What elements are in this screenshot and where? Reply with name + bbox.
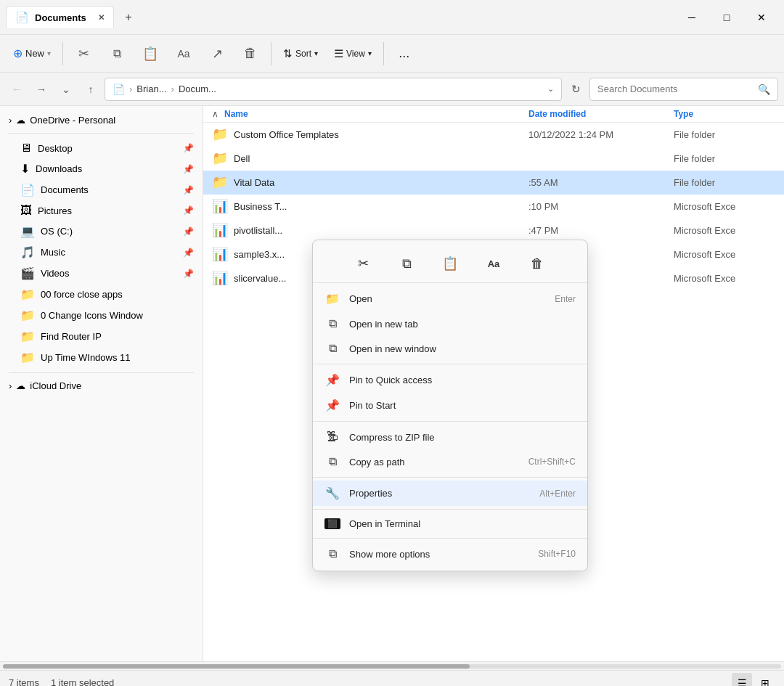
ctx-terminal[interactable]: ⬛ Open in Terminal: [313, 513, 587, 535]
ctx-paste-button[interactable]: 📋: [437, 250, 463, 277]
ctx-compress-label: Compress to ZIP file: [349, 432, 576, 443]
ctx-open-window-label: Open in new window: [349, 343, 576, 354]
ctx-open-shortcut: Enter: [555, 294, 576, 304]
ctx-delete-button[interactable]: 🗑: [524, 250, 550, 277]
ctx-more-shortcut: Shift+F10: [538, 549, 576, 559]
ctx-divider-3: [313, 477, 587, 478]
ctx-open-tab-icon: ⧉: [324, 317, 340, 330]
ctx-pin-quick-icon: 📌: [324, 373, 340, 387]
ctx-properties-shortcut: Alt+Enter: [539, 489, 576, 499]
ctx-open-new-tab[interactable]: ⧉ Open in new tab: [313, 311, 587, 336]
ctx-divider-5: [313, 538, 587, 539]
ctx-cut-button[interactable]: ✂: [350, 250, 376, 277]
ctx-copy-path-label: Copy as path: [349, 457, 520, 467]
ctx-open-tab-label: Open in new tab: [349, 319, 576, 330]
ctx-copy-path-shortcut: Ctrl+Shift+C: [528, 457, 576, 467]
ctx-more-icon: ⧉: [324, 547, 340, 560]
ctx-divider-4: [313, 509, 587, 510]
ctx-copy-path[interactable]: ⧉ Copy as path Ctrl+Shift+C: [313, 449, 587, 474]
ctx-compress-icon: 🗜: [324, 430, 340, 444]
ctx-divider-1: [313, 364, 587, 364]
ctx-rename-button[interactable]: Aa: [481, 250, 507, 277]
ctx-pin-quick-label: Pin to Quick access: [349, 375, 576, 385]
context-menu-overlay[interactable]: ✂ ⧉ 📋 Aa 🗑 📁 Open Enter ⧉ Open in new ta…: [0, 0, 784, 686]
ctx-copy-button[interactable]: ⧉: [393, 250, 420, 277]
ctx-open-new-window[interactable]: ⧉ Open in new window: [313, 336, 587, 361]
ctx-properties[interactable]: 🔧 Properties Alt+Enter: [313, 481, 587, 506]
context-menu: ✂ ⧉ 📋 Aa 🗑 📁 Open Enter ⧉ Open in new ta…: [312, 240, 588, 571]
ctx-compress[interactable]: 🗜 Compress to ZIP file: [313, 425, 587, 449]
ctx-pin-quick[interactable]: 📌 Pin to Quick access: [313, 367, 587, 393]
ctx-open-label: Open: [349, 293, 546, 304]
ctx-more-options[interactable]: ⧉ Show more options Shift+F10: [313, 542, 587, 566]
context-menu-toolbar: ✂ ⧉ 📋 Aa 🗑: [313, 245, 587, 283]
ctx-pin-start[interactable]: 📌 Pin to Start: [313, 393, 587, 418]
ctx-pin-start-icon: 📌: [324, 399, 340, 412]
ctx-more-label: Show more options: [349, 549, 529, 560]
ctx-pin-start-label: Pin to Start: [349, 400, 576, 411]
ctx-open[interactable]: 📁 Open Enter: [313, 286, 587, 311]
ctx-copy-path-icon: ⧉: [324, 455, 340, 468]
ctx-divider-2: [313, 421, 587, 422]
ctx-terminal-icon: ⬛: [324, 518, 340, 529]
ctx-open-window-icon: ⧉: [324, 342, 340, 355]
ctx-properties-icon: 🔧: [324, 486, 340, 500]
ctx-properties-label: Properties: [349, 488, 531, 499]
ctx-terminal-label: Open in Terminal: [349, 518, 576, 529]
ctx-open-icon: 📁: [324, 292, 340, 306]
